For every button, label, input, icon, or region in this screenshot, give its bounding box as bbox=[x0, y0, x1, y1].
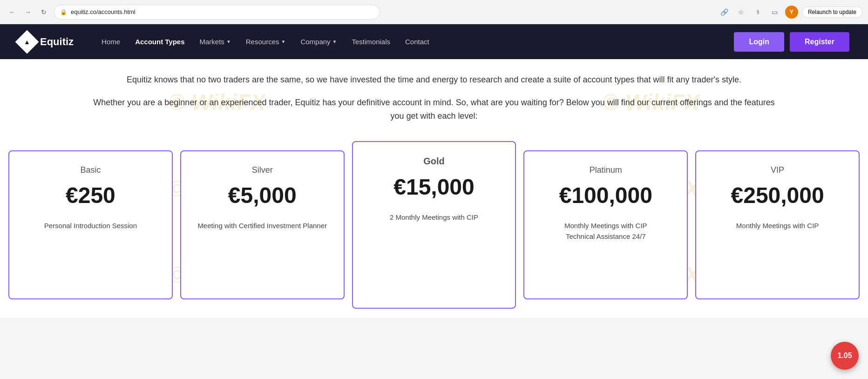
card-basic-tier: Basic bbox=[19, 165, 163, 175]
nav-company[interactable]: Company ▼ bbox=[300, 38, 337, 46]
reload-button[interactable]: ↻ bbox=[37, 6, 50, 19]
card-platinum-price: €100,000 bbox=[534, 184, 678, 207]
address-bar[interactable]: 🔒 equitiz.co/accounts.html bbox=[54, 5, 380, 20]
description-section: Equitiz knows that no two traders are th… bbox=[0, 59, 868, 150]
description-2: Whether you are a beginner or an experie… bbox=[93, 96, 775, 123]
nav-testimonials[interactable]: Testimonials bbox=[352, 38, 391, 46]
page-content: © WikiFX © WikiFX © WikiFX © WikiFX © Wi… bbox=[0, 59, 868, 318]
card-basic-feature: Personal Introduction Session bbox=[19, 221, 163, 231]
logo-text: Equitiz bbox=[40, 36, 74, 48]
nav-buttons-right: Login Register bbox=[734, 32, 849, 52]
nav-resources[interactable]: Resources ▼ bbox=[246, 38, 286, 46]
nav-account-types[interactable]: Account Types bbox=[135, 38, 184, 46]
card-vip-tier: VIP bbox=[705, 165, 849, 175]
card-platinum-tier: Platinum bbox=[534, 165, 678, 175]
url-text: equitiz.co/accounts.html bbox=[71, 8, 136, 15]
user-avatar[interactable]: Y bbox=[785, 6, 798, 19]
nav-links: Home Account Types Markets ▼ Resources ▼… bbox=[102, 38, 429, 46]
card-platinum-feature2: Technical Assistance 24/7 bbox=[534, 231, 678, 242]
description-1: Equitiz knows that no two traders are th… bbox=[93, 73, 775, 87]
browser-chrome: ← → ↻ 🔒 equitiz.co/accounts.html 🔗 ☆ ⚕ ▭… bbox=[0, 0, 868, 24]
card-gold-feature: 2 Monthly Meetings with CIP bbox=[362, 212, 506, 223]
share-icon[interactable]: 🔗 bbox=[718, 6, 731, 19]
cards-section: Basic €250 Personal Introduction Session… bbox=[0, 150, 868, 318]
login-button[interactable]: Login bbox=[734, 32, 784, 52]
star-icon[interactable]: ☆ bbox=[735, 6, 748, 19]
tab-search-icon[interactable]: ▭ bbox=[768, 6, 781, 19]
browser-actions: 🔗 ☆ ⚕ ▭ Y Relaunch to update bbox=[718, 6, 862, 19]
card-platinum-feature: Monthly Meetings with CIP bbox=[534, 221, 678, 231]
nav-markets[interactable]: Markets ▼ bbox=[200, 38, 231, 46]
card-silver-feature: Meeting with Certified Investment Planne… bbox=[190, 221, 334, 231]
markets-dropdown-arrow: ▼ bbox=[226, 39, 231, 44]
card-silver-tier: Silver bbox=[190, 165, 334, 175]
resources-dropdown-arrow: ▼ bbox=[281, 39, 285, 44]
card-gold: Gold €15,000 2 Monthly Meetings with CIP bbox=[352, 141, 516, 309]
card-silver-price: €5,000 bbox=[190, 184, 334, 207]
navbar: Equitiz Home Account Types Markets ▼ Res… bbox=[0, 24, 868, 59]
nav-contact[interactable]: Contact bbox=[405, 38, 429, 46]
logo[interactable]: Equitiz bbox=[19, 34, 74, 50]
relaunch-button[interactable]: Relaunch to update bbox=[802, 7, 862, 18]
card-gold-price: €15,000 bbox=[362, 176, 506, 198]
card-silver: Silver €5,000 Meeting with Certified Inv… bbox=[180, 150, 345, 299]
lock-icon: 🔒 bbox=[60, 9, 67, 15]
card-vip-feature: Monthly Meetings with CIP bbox=[705, 221, 849, 231]
card-vip-price: €250,000 bbox=[705, 184, 849, 207]
register-button[interactable]: Register bbox=[790, 32, 849, 52]
back-button[interactable]: ← bbox=[6, 6, 19, 19]
company-dropdown-arrow: ▼ bbox=[332, 39, 337, 44]
card-basic-price: €250 bbox=[19, 184, 163, 207]
card-vip: VIP €250,000 Monthly Meetings with CIP bbox=[695, 150, 860, 299]
nav-home[interactable]: Home bbox=[102, 38, 120, 46]
browser-nav-buttons: ← → ↻ bbox=[6, 6, 50, 19]
extensions-icon[interactable]: ⚕ bbox=[752, 6, 765, 19]
card-gold-tier: Gold bbox=[362, 156, 506, 167]
card-basic: Basic €250 Personal Introduction Session bbox=[8, 150, 173, 299]
card-platinum: Platinum €100,000 Monthly Meetings with … bbox=[523, 150, 688, 299]
logo-icon bbox=[15, 30, 39, 54]
forward-button[interactable]: → bbox=[21, 6, 34, 19]
